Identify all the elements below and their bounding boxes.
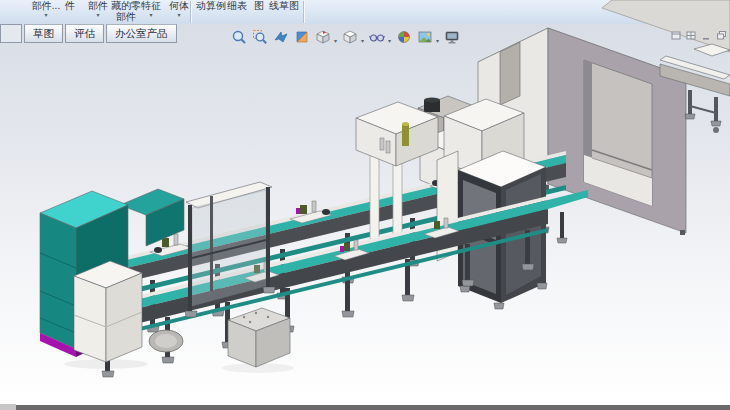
dropdown-caret-icon[interactable]: ▾ [361,37,364,44]
apply-scene-icon[interactable] [416,28,434,46]
display-style-icon[interactable] [341,28,359,46]
view-settings-icon[interactable] [443,28,461,46]
hide-show-items-icon[interactable] [368,28,386,46]
solidworks-window: 部件... ▾ 件 部件 ▾ 藏的零部件 特征 ▾ 何体 ▾ 动算例 细表 图 [0,0,730,410]
tab-office-products[interactable]: 办公室产品 [106,24,177,43]
dropdown-caret-icon[interactable]: ▾ [334,37,337,44]
document-control-icon[interactable] [670,29,682,41]
window-bottom-corner [0,404,16,410]
previous-view-icon[interactable] [272,28,290,46]
floor-control-box[interactable] [222,308,294,373]
assembly-3d-model[interactable] [0,0,730,410]
graphics-viewport[interactable]: ▾ ▾ ▾ ▾ [0,24,730,405]
zoom-to-fit-icon[interactable] [230,28,248,46]
zoom-to-area-icon[interactable] [251,28,269,46]
window-bottom-edge [0,405,730,410]
commandmanager-tabs: 草图 评估 办公室产品 [0,24,177,42]
section-view-icon[interactable] [293,28,311,46]
document-tile-icon[interactable] [685,29,697,41]
tab-partial[interactable] [0,24,22,43]
document-window-controls [670,29,727,41]
minimize-document-icon[interactable] [700,29,712,41]
restore-document-icon[interactable] [715,29,727,41]
dropdown-caret-icon[interactable]: ▾ [388,37,391,44]
tab-evaluate[interactable]: 评估 [65,24,104,43]
tab-sketch[interactable]: 草图 [24,24,63,43]
view-orientation-icon[interactable] [314,28,332,46]
edit-appearance-icon[interactable] [395,28,413,46]
heads-up-view-toolbar: ▾ ▾ ▾ ▾ [230,28,461,46]
dropdown-caret-icon[interactable]: ▾ [436,37,439,44]
